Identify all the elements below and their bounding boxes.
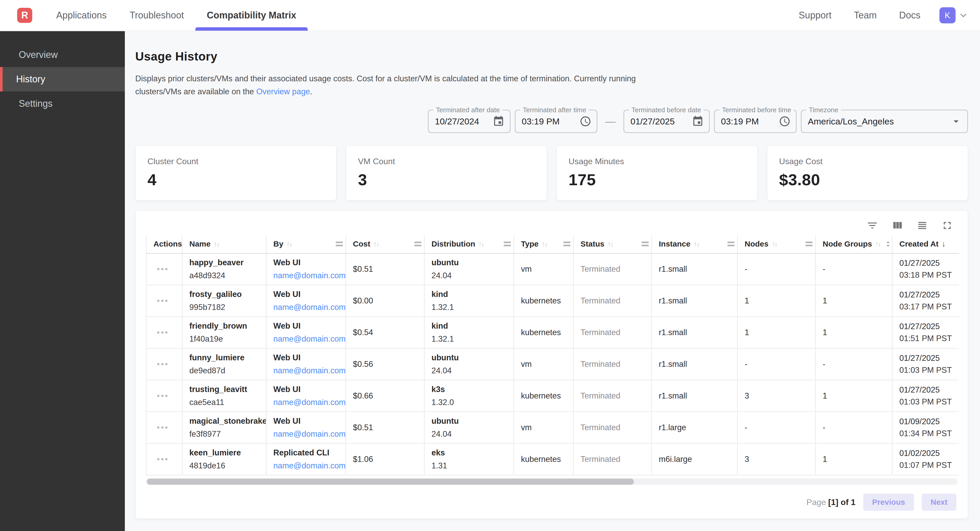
sort-icon[interactable]: ↑↓ — [608, 240, 613, 248]
timezone-value[interactable]: America/Los_Angeles — [808, 116, 947, 127]
timezone-select[interactable]: Timezone America/Los_Angeles — [801, 109, 968, 133]
nav-item-compatibility-matrix[interactable]: Compatibility Matrix — [195, 0, 308, 31]
row-actions-cell[interactable]: ••• — [146, 285, 182, 317]
sort-icon[interactable]: ↑↓ — [374, 240, 379, 248]
column-header-inner: Instance↑↓ — [659, 239, 735, 248]
stat-value: 3 — [358, 170, 535, 189]
row-actions-menu-icon[interactable]: ••• — [157, 296, 169, 305]
previous-button[interactable]: Previous — [863, 494, 914, 511]
replicated-logo-icon[interactable]: R — [17, 8, 32, 23]
email-link[interactable]: name@domain.com — [274, 366, 346, 375]
nav-item-team[interactable]: Team — [843, 0, 888, 31]
nav-item-docs[interactable]: Docs — [888, 0, 932, 31]
column-menu-icon[interactable] — [414, 242, 422, 246]
column-header-name[interactable]: Name↑↓ — [182, 235, 266, 253]
column-header-cost[interactable]: Cost↑↓ — [346, 235, 425, 253]
dropdown-caret-icon[interactable] — [950, 115, 962, 127]
column-header-nodes[interactable]: Nodes↑↓ — [738, 235, 816, 253]
terminated-after-date-value[interactable]: 10/27/2024 — [435, 116, 489, 127]
column-menu-icon[interactable] — [727, 242, 735, 246]
sort-icon[interactable]: ↑↓ — [875, 240, 881, 248]
sort-icon[interactable]: ↑↓ — [542, 240, 547, 248]
sidebar-item-overview[interactable]: Overview — [0, 43, 125, 67]
row-actions-menu-icon[interactable]: ••• — [157, 455, 169, 463]
column-header-inner: Nodes↑↓ — [745, 239, 813, 248]
terminated-before-time-field[interactable]: Terminated before time 03:19 PM — [714, 109, 797, 133]
user-avatar[interactable]: K — [939, 7, 956, 24]
row-actions-menu-icon[interactable]: ••• — [157, 360, 169, 368]
density-icon[interactable] — [916, 220, 928, 231]
terminated-before-time-value[interactable]: 03:19 PM — [721, 116, 775, 127]
row-actions-menu-icon[interactable]: ••• — [157, 265, 169, 273]
row-actions-cell[interactable]: ••• — [146, 380, 182, 412]
column-menu-icon[interactable] — [642, 242, 649, 246]
column-header-type[interactable]: Type↑↓ — [514, 235, 573, 253]
terminated-after-date-field[interactable]: Terminated after date 10/27/2024 — [428, 109, 511, 133]
sort-icon[interactable]: ↑↓ — [286, 240, 292, 248]
cell-nodes: - — [738, 412, 816, 444]
row-actions-menu-icon[interactable]: ••• — [157, 328, 169, 337]
email-link[interactable]: name@domain.com — [274, 430, 346, 439]
row-actions-cell[interactable]: ••• — [146, 253, 182, 285]
column-header-by[interactable]: By↑↓ — [266, 235, 346, 253]
row-actions-menu-icon[interactable]: ••• — [157, 423, 169, 432]
cell-line2: 03:17 PM PST — [899, 302, 956, 311]
scrollbar-thumb[interactable] — [147, 479, 634, 485]
row-actions-menu-icon[interactable]: ••• — [157, 392, 169, 400]
column-header-inner: Name↑↓ — [189, 239, 263, 248]
sort-icon[interactable]: ↑↓ — [694, 240, 699, 248]
cell-type: kubernetes — [514, 444, 573, 475]
sort-desc-icon[interactable]: ↓ — [942, 239, 946, 249]
cell-line2: 01:51 PM PST — [899, 334, 956, 343]
row-actions-cell[interactable]: ••• — [146, 444, 182, 475]
sort-icon[interactable]: ↑↓ — [772, 240, 777, 248]
sort-icon[interactable]: ↑↓ — [214, 240, 219, 248]
row-actions-cell[interactable]: ••• — [146, 317, 182, 349]
email-link[interactable]: name@domain.com — [274, 271, 346, 280]
cell-cost: $0.66 — [346, 380, 425, 412]
nav-item-support[interactable]: Support — [788, 0, 843, 31]
overview-page-link[interactable]: Overview page — [256, 87, 310, 96]
column-header-created-at[interactable]: Created At↓ — [892, 235, 959, 253]
clock-icon[interactable] — [779, 115, 791, 127]
column-header-actions[interactable]: Actions — [146, 235, 182, 253]
sort-icon[interactable]: ↑↓ — [478, 240, 484, 248]
nav-item-applications[interactable]: Applications — [45, 0, 118, 31]
calendar-icon[interactable] — [493, 115, 504, 127]
horizontal-scrollbar[interactable] — [146, 479, 958, 485]
filter-icon[interactable] — [866, 220, 878, 231]
column-menu-icon[interactable] — [887, 242, 889, 246]
next-button[interactable]: Next — [922, 494, 956, 511]
column-header-node-groups[interactable]: Node Groups↑↓ — [816, 235, 892, 253]
chevron-down-icon[interactable] — [957, 9, 970, 22]
terminated-before-date-field[interactable]: Terminated before date 01/27/2025 — [624, 109, 710, 133]
stat-card-cluster-count: Cluster Count4 — [135, 146, 337, 201]
sidebar-item-history[interactable]: History — [0, 67, 125, 92]
terminated-after-time-field[interactable]: Terminated after time 03:19 PM — [515, 109, 597, 133]
column-header-inner: By↑↓ — [274, 239, 343, 248]
clock-icon[interactable] — [579, 115, 592, 127]
column-menu-icon[interactable] — [805, 242, 813, 246]
email-link[interactable]: name@domain.com — [274, 398, 346, 407]
email-link[interactable]: name@domain.com — [274, 303, 346, 312]
terminated-after-time-value[interactable]: 03:19 PM — [522, 116, 576, 127]
email-link[interactable]: name@domain.com — [274, 461, 346, 470]
email-link[interactable]: name@domain.com — [274, 334, 346, 344]
row-actions-cell[interactable]: ••• — [146, 349, 182, 380]
column-header-status[interactable]: Status↑↓ — [573, 235, 652, 253]
terminated-before-date-value[interactable]: 01/27/2025 — [630, 116, 688, 127]
row-actions-cell[interactable]: ••• — [146, 412, 182, 444]
table-row: •••frosty_galileo995b7182Web UIname@doma… — [146, 285, 959, 317]
cell-line2: name@domain.com — [274, 430, 343, 439]
column-header-instance[interactable]: Instance↑↓ — [652, 235, 738, 253]
sidebar-item-settings[interactable]: Settings — [0, 92, 125, 116]
column-menu-icon[interactable] — [504, 242, 511, 246]
calendar-icon[interactable] — [692, 115, 704, 127]
column-menu-icon[interactable] — [563, 242, 570, 246]
column-menu-icon[interactable] — [336, 242, 343, 246]
fullscreen-icon[interactable] — [941, 220, 953, 231]
nav-item-troubleshoot[interactable]: Troubleshoot — [118, 0, 195, 31]
column-header-distribution[interactable]: Distribution↑↓ — [425, 235, 514, 253]
columns-icon[interactable] — [891, 220, 903, 231]
cell-line2: name@domain.com — [274, 271, 343, 280]
